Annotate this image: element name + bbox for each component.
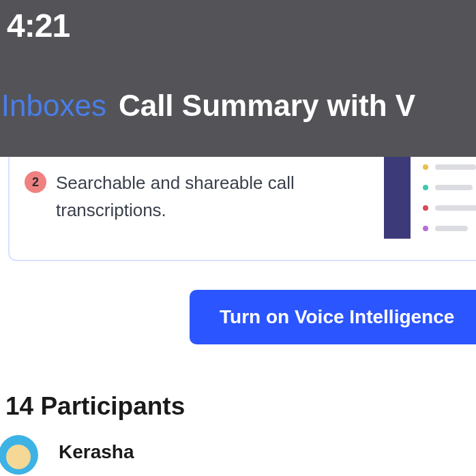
feature-description: Searchable and shareable call transcript…	[56, 169, 336, 224]
graphic-dot-icon	[423, 164, 428, 170]
graphic-line	[435, 164, 476, 170]
graphic-line-row	[423, 205, 476, 211]
turn-on-voice-intelligence-button[interactable]: Turn on Voice Intelligence	[190, 290, 476, 344]
graphic-line-row	[423, 185, 476, 190]
graphic-line	[435, 205, 476, 211]
graphic-line-row	[423, 226, 476, 231]
page-title: Call Summary with V	[119, 89, 415, 123]
status-bar-overlay: 4:21 ll Inboxes Call Summary with V	[0, 0, 476, 157]
avatar-inner-icon	[6, 445, 31, 469]
graphic-line	[435, 226, 468, 231]
participant-name: Kerasha	[59, 441, 134, 463]
content-area: 2 Searchable and shareable call transcri…	[0, 157, 476, 476]
participants-heading: 14 Participants	[5, 392, 185, 421]
graphic-sidebar-bar	[384, 157, 411, 239]
feature-graphic	[384, 157, 476, 246]
nav-back-button[interactable]: ll Inboxes	[0, 89, 106, 123]
feature-card: 2 Searchable and shareable call transcri…	[8, 157, 476, 261]
participant-row[interactable]: Kerasha	[0, 435, 134, 475]
graphic-dot-icon	[423, 226, 428, 231]
graphic-line-row	[423, 164, 476, 170]
graphic-dot-icon	[423, 185, 428, 190]
graphic-line	[435, 185, 473, 190]
avatar	[0, 435, 38, 475]
graphic-lines	[411, 157, 476, 239]
graphic-dot-icon	[423, 205, 428, 211]
status-time: 4:21	[7, 7, 70, 44]
feature-number-badge: 2	[25, 171, 46, 193]
nav-title-row: ll Inboxes Call Summary with V	[0, 89, 476, 123]
